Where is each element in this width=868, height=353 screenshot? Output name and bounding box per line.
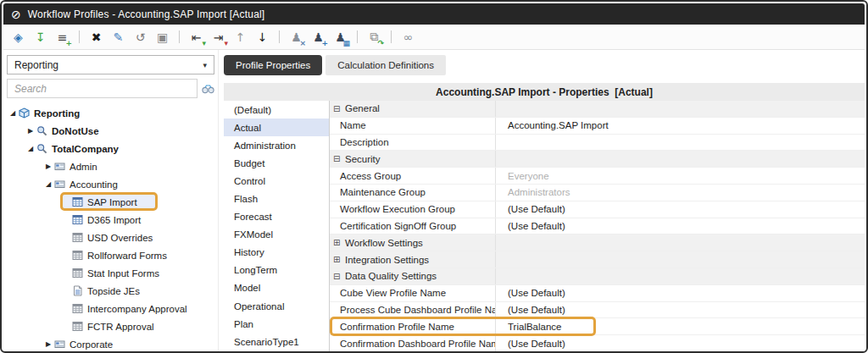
grid-gray-icon xyxy=(72,321,86,332)
move-down-icon[interactable]: ↓ xyxy=(252,28,273,47)
move-up-icon[interactable]: ↑ xyxy=(230,28,251,47)
property-row-confirmation-dashboard-profile-name[interactable]: Confirmation Dashboard Profile Name(Use … xyxy=(330,335,865,351)
property-value[interactable]: Administrators xyxy=(495,185,865,201)
property-row-process-cube-dashboard-profile-name[interactable]: Process Cube Dashboard Profile Name(Use … xyxy=(330,302,865,319)
property-value[interactable]: (Use Default) xyxy=(495,218,865,234)
property-row-name[interactable]: NameAccounting.SAP Import xyxy=(330,118,865,135)
property-row-workflow-execution-group[interactable]: Workflow Execution Group(Use Default) xyxy=(330,201,865,218)
tree-expander-icon[interactable]: ◢ xyxy=(25,145,36,152)
scenario-item-model[interactable]: Model xyxy=(224,279,329,297)
tree-item-label: D365 Import xyxy=(87,215,141,225)
property-label: Cube View Profile Name xyxy=(330,288,495,298)
scenario-item-longterm[interactable]: LongTerm xyxy=(224,262,329,279)
chevron-down-icon: ▾ xyxy=(203,61,207,69)
tree-item-totalcompany[interactable]: ◢TotalCompany xyxy=(7,140,214,157)
tree-item-d365-import[interactable]: D365 Import xyxy=(7,211,214,229)
cube-icon[interactable]: ◈ xyxy=(8,28,29,47)
share-icon[interactable]: ∞ xyxy=(398,28,419,47)
tree-item-fctr-approval[interactable]: FCTR Approval xyxy=(7,317,214,335)
property-value[interactable]: Everyone xyxy=(495,168,865,184)
property-value[interactable]: (Use Default) xyxy=(495,201,865,218)
binoculars-icon[interactable] xyxy=(202,84,214,94)
property-value[interactable]: (Use Default) xyxy=(495,285,865,301)
tree-item-corporate[interactable]: ▶Corporate xyxy=(7,335,214,353)
property-row-description[interactable]: Description xyxy=(330,135,865,152)
refresh-icon[interactable]: ↺ xyxy=(130,28,151,47)
tree-expander-icon[interactable]: ◢ xyxy=(7,109,19,117)
toolbar-separator xyxy=(357,30,358,43)
scenario-item-actual[interactable]: Actual xyxy=(224,119,329,136)
tab-calculation-definitions[interactable]: Calculation Definitions xyxy=(326,55,446,75)
tab-profile-properties[interactable]: Profile Properties xyxy=(224,55,322,75)
tree-item-label: Topside JEs xyxy=(87,286,140,296)
expand-group-icon[interactable]: ⊞ xyxy=(333,255,342,264)
scenario-item-plan[interactable]: Plan xyxy=(224,315,329,333)
scenario-item--default-[interactable]: (Default) xyxy=(224,101,329,119)
tree-item-rollforward-forms[interactable]: Rollforward Forms xyxy=(7,246,214,264)
property-value[interactable] xyxy=(495,135,865,151)
group-label-cell: ⊟Security xyxy=(330,154,495,164)
group-label: Security xyxy=(345,154,381,164)
scenario-item-administration[interactable]: Administration xyxy=(224,136,329,154)
scenario-item-history[interactable]: History xyxy=(224,244,329,262)
edit-icon[interactable]: ✎ xyxy=(108,28,129,47)
scenario-item-scenariotype1[interactable]: ScenarioType1 xyxy=(224,333,329,350)
property-value[interactable]: (Use Default) xyxy=(495,302,865,318)
property-group-integration-settings[interactable]: ⊞Integration Settings xyxy=(330,251,865,268)
outdent-icon[interactable]: ⇤▾ xyxy=(186,28,207,47)
property-row-maintenance-group[interactable]: Maintenance GroupAdministrators xyxy=(330,185,865,201)
remove-user-icon[interactable]: ♟× xyxy=(286,28,307,47)
property-group-data-quality-settings[interactable]: ⊟Data Quality Settings xyxy=(330,268,865,285)
collapse-group-icon[interactable]: ⊟ xyxy=(333,272,342,281)
indent-icon[interactable]: ⇥▾ xyxy=(208,28,229,47)
collapse-group-icon[interactable]: ⊟ xyxy=(333,104,342,113)
tree-item-stat-input-forms[interactable]: Stat Input Forms xyxy=(7,264,214,282)
property-row-certification-signoff-group[interactable]: Certification SignOff Group(Use Default) xyxy=(330,218,865,235)
toolbar-separator xyxy=(279,30,280,43)
collapse-group-icon[interactable]: ⊟ xyxy=(333,154,342,163)
scenario-item-operational[interactable]: Operational xyxy=(224,297,329,315)
tree-item-reporting[interactable]: ◢Reporting xyxy=(7,104,214,122)
profile-type-dropdown[interactable]: Reporting ▾ xyxy=(7,55,214,74)
delete-icon[interactable]: ✖ xyxy=(86,28,107,47)
scenario-item-budget[interactable]: Budget xyxy=(224,154,329,172)
add-user-icon[interactable]: ♟+ xyxy=(308,28,329,47)
property-row-confirmation-profile-name[interactable]: Confirmation Profile NameTrialBalance xyxy=(330,318,865,335)
tree-item-accounting[interactable]: ◢Accounting xyxy=(7,175,214,193)
tree-item-intercompany-approval[interactable]: Intercompany Approval xyxy=(7,300,214,317)
tree-expander-icon[interactable]: ◢ xyxy=(42,180,54,188)
tree-item-usd-overrides[interactable]: USD Overrides xyxy=(7,229,214,246)
user-group-icon[interactable]: ♟▦ xyxy=(330,28,351,47)
tree-item-label: DoNotUse xyxy=(52,126,99,136)
tree-item-donotuse[interactable]: ▶DoNotUse xyxy=(7,122,214,140)
paste-icon[interactable]: ⧉↷ xyxy=(364,28,385,47)
search-input[interactable] xyxy=(7,79,198,98)
tree-expander-icon[interactable]: ▶ xyxy=(25,127,36,135)
tree-expander-icon[interactable]: ▶ xyxy=(42,163,54,170)
scenario-item-fxmodel[interactable]: FXModel xyxy=(224,226,329,244)
scenario-item-control[interactable]: Control xyxy=(224,172,329,190)
save-icon[interactable]: ▣ xyxy=(152,28,173,47)
property-row-access-group[interactable]: Access GroupEveryone xyxy=(330,168,865,185)
group-label: Data Quality Settings xyxy=(345,271,437,281)
property-group-general[interactable]: ⊟General xyxy=(330,101,865,118)
tree-item-sap-import[interactable]: SAP Import xyxy=(7,193,214,211)
add-list-item-icon[interactable]: ≡+ xyxy=(52,28,73,47)
tree-expander-icon[interactable]: ▶ xyxy=(42,340,54,348)
tree-item-label: Accounting xyxy=(70,179,118,190)
insert-profile-icon[interactable]: ↧ xyxy=(30,28,51,47)
property-value[interactable]: Accounting.SAP Import xyxy=(495,118,865,134)
tree-item-topside-jes[interactable]: Topside JEs xyxy=(7,282,214,300)
property-row-cube-view-profile-name[interactable]: Cube View Profile Name(Use Default) xyxy=(330,285,865,302)
move-up-icon-glyph: ↑ xyxy=(236,30,246,44)
property-value[interactable]: (Use Default) xyxy=(495,335,865,351)
expand-group-icon[interactable]: ⊞ xyxy=(333,238,342,247)
scenario-item-flash[interactable]: Flash xyxy=(224,190,329,207)
property-value[interactable]: TrialBalance xyxy=(495,318,865,334)
scenario-item-forecast[interactable]: Forecast xyxy=(224,208,329,226)
property-group-security[interactable]: ⊟Security xyxy=(330,151,865,168)
property-group-workflow-settings[interactable]: ⊞Workflow Settings xyxy=(330,234,865,251)
indent-icon-badge: ▾ xyxy=(224,40,228,47)
tree-item-admin[interactable]: ▶Admin xyxy=(7,157,214,175)
property-label: Name xyxy=(330,120,495,130)
